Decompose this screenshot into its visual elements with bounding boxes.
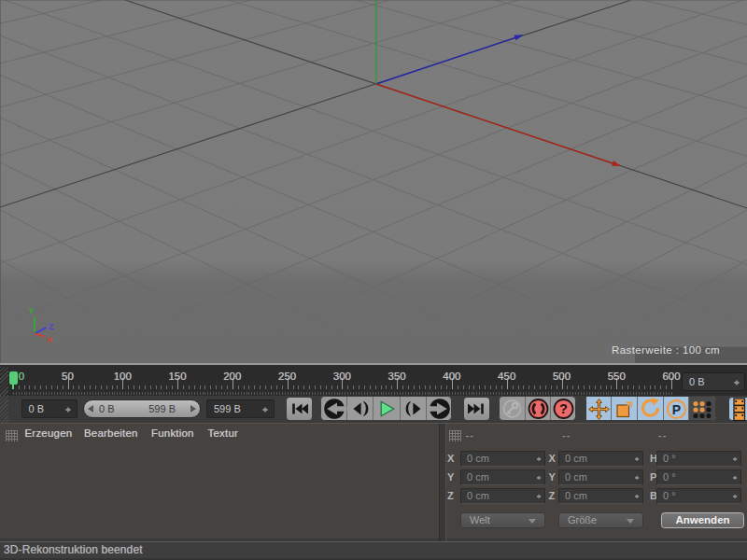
svg-text:P: P [671,402,680,417]
svg-text:Rasterweite : 100 cm: Rasterweite : 100 cm [612,344,720,356]
svg-text:X: X [47,335,53,344]
svg-text:?: ? [559,401,568,416]
svg-text:Z: Z [49,322,54,331]
svg-text:Y: Y [29,306,35,315]
